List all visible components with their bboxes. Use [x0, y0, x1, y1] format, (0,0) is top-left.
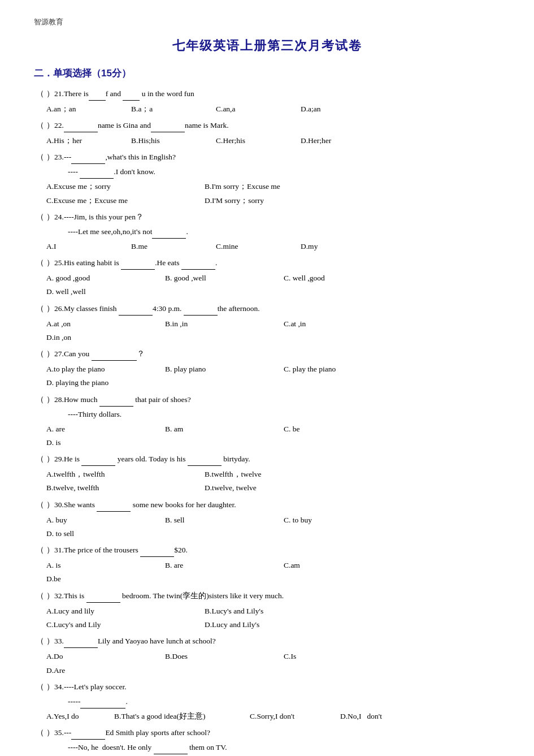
main-title: 七年级英语上册第三次月考试卷: [34, 37, 500, 54]
q25-text: ）25.His eating habit is .He eats .: [46, 257, 500, 270]
q22-optB: B.His;his: [131, 134, 210, 148]
q21-optA: A.an；an: [46, 102, 125, 116]
q27-optD: D. playing the piano: [46, 376, 159, 390]
question-22: （ ）22.name is Gina andname is Mark. A.Hi…: [34, 119, 500, 148]
q28-options: A. are B. am C. be D. is: [46, 422, 500, 450]
q22-optC: C.Her;his: [216, 134, 295, 148]
q22-optD: D.Her;her: [301, 134, 380, 148]
q32-paren: （: [34, 591, 46, 601]
q30-optC: C. to buy: [284, 513, 397, 527]
q26-paren: （: [34, 304, 46, 314]
q29-paren: （: [34, 454, 46, 464]
question-30: （ ）30.She wants some new books for her d…: [34, 499, 500, 541]
q24-optB: B.me: [131, 240, 210, 253]
q33-text: ）33.Lily and Yaoyao have lunch at school…: [46, 635, 500, 648]
question-34: （ ）34.----Let's play soccer. -----. A.Ye…: [34, 681, 500, 723]
q25-paren: （: [34, 258, 46, 268]
q31-optB: B. are: [165, 559, 278, 572]
q23-optC: C.Excuse me；Excuse me: [46, 194, 205, 208]
q34-optC: C.Sorry,I don't: [250, 710, 340, 723]
question-21: （ ）21.There isf and u in the word fun A.…: [34, 88, 500, 116]
q32-text: ）32.This is bedroom. The twin(孪生的)sister…: [46, 590, 500, 603]
q24-text: ）24.----Jim, is this your pen？: [46, 211, 500, 224]
q29-optB: B.twelfth，twelve: [205, 468, 363, 481]
section2-title: 二．单项选择（15分）: [34, 67, 500, 80]
q33-optA: A.Do: [46, 650, 159, 663]
q27-paren: （: [34, 349, 46, 359]
q22-optA: A.His；her: [46, 134, 125, 148]
question-27: （ ）27.Can you ？ A.to play the piano B. p…: [34, 348, 500, 390]
q32-optC: C.Lucy's and Lily: [46, 618, 205, 632]
q35-text: ）35.---Ed Smith play sports after school…: [46, 727, 500, 740]
q31-optD: D.be: [46, 572, 159, 586]
q22-text: ）22.name is Gina andname is Mark.: [46, 119, 500, 132]
q28-text: ）28.How much that pair of shoes?: [46, 394, 500, 407]
q26-optB: B.in ,in: [165, 317, 278, 331]
watermark: 智源教育: [34, 17, 500, 27]
q28-optC: C. be: [284, 422, 397, 436]
q23-paren: （: [34, 152, 46, 162]
q24-sub: ----Let me see,oh,no,it's not.: [68, 226, 500, 239]
q24-optA: A.I: [46, 240, 125, 253]
q33-optB: B.Does: [165, 650, 278, 663]
q23-optD: D.I'M sorry；sorry: [205, 194, 363, 208]
q33-optC: C.Is: [284, 650, 397, 663]
q24-options: A.I B.me C.mine D.my: [46, 240, 500, 253]
question-29: （ ）29.He is years old. Today is his birt…: [34, 453, 500, 495]
q34-optA: A.Yes,I do: [46, 710, 114, 723]
q34-sub: -----.: [68, 695, 500, 709]
q34-options: A.Yes,I do B.That's a good idea(好主意) C.S…: [46, 710, 500, 723]
q25-optB: B. good ,well: [165, 271, 278, 285]
question-25: （ ）25.His eating habit is .He eats . A. …: [34, 257, 500, 299]
q23-optB: B.I'm sorry；Excuse me: [205, 180, 363, 193]
q31-optA: A. is: [46, 559, 159, 572]
q34-optB: B.That's a good idea(好主意): [114, 710, 250, 723]
q21-text: ）21.There isf and u in the word fun: [46, 88, 500, 101]
q21-paren: （: [34, 89, 46, 99]
q32-options: A.Lucy and lily B.Lucy's and Lily's C.Lu…: [46, 604, 500, 632]
q24-optD: D.my: [301, 240, 380, 253]
q21-options: A.an；an B.a；a C.an,a D.a;an: [46, 102, 500, 116]
question-26: （ ）26.My classes finish 4:30 p.m. the af…: [34, 303, 500, 345]
question-33: （ ）33.Lily and Yaoyao have lunch at scho…: [34, 635, 500, 677]
q30-optB: B. sell: [165, 513, 278, 527]
q33-optD: D.Are: [46, 664, 159, 677]
q26-optC: C.at ,in: [284, 317, 397, 331]
q28-optD: D. is: [46, 436, 159, 450]
q32-optD: D.Lucy and Lily's: [205, 618, 363, 632]
q25-optA: A. good ,good: [46, 271, 159, 285]
q21-optD: D.a;an: [301, 102, 380, 116]
question-31: （ ）31.The price of the trousers $20. A. …: [34, 544, 500, 586]
question-24: （ ）24.----Jim, is this your pen？ ----Let…: [34, 211, 500, 253]
q27-text: ）27.Can you ？: [46, 348, 500, 361]
q35-paren: （: [34, 728, 46, 738]
q27-optC: C. play the piano: [284, 362, 397, 376]
q29-optD: D.twelve, twelve: [205, 481, 363, 495]
q25-optD: D. well ,well: [46, 285, 159, 299]
q23-text: ）23.---,what's this in English?: [46, 151, 500, 164]
q33-paren: （: [34, 636, 46, 646]
q34-optD: D.No,I don't: [340, 710, 419, 723]
q30-optD: D. to sell: [46, 527, 159, 541]
q23-options: A.Excuse me；sorry B.I'm sorry；Excuse me …: [46, 180, 500, 208]
q26-optA: A.at ,on: [46, 317, 159, 331]
q21-optC: C.an,a: [216, 102, 295, 116]
q31-options: A. is B. are C.am D.be: [46, 559, 500, 586]
q35-sub: ----No, he doesn't. He only them on TV.: [68, 741, 500, 754]
q28-sub: ----Thirty dollars.: [68, 408, 500, 421]
q27-optB: B. play piano: [165, 362, 278, 376]
q27-options: A.to play the piano B. play piano C. pla…: [46, 362, 500, 390]
q29-options: A.twelfth，twelfth B.twelfth，twelve B.twe…: [46, 468, 500, 495]
question-28: （ ）28.How much that pair of shoes? ----T…: [34, 394, 500, 450]
q23-optA: A.Excuse me；sorry: [46, 180, 205, 193]
q21-optB: B.a；a: [131, 102, 210, 116]
q32-optA: A.Lucy and lily: [46, 604, 205, 618]
q28-optA: A. are: [46, 422, 159, 436]
q30-paren: （: [34, 500, 46, 510]
q22-paren: （: [34, 120, 46, 131]
q30-text: ）30.She wants some new books for her dau…: [46, 499, 500, 512]
q29-text: ）29.He is years old. Today is his birtyd…: [46, 453, 500, 466]
q30-options: A. buy B. sell C. to buy D. to sell: [46, 513, 500, 541]
q24-paren: （: [34, 212, 46, 222]
q29-optC: B.twelve, twelfth: [46, 481, 205, 495]
